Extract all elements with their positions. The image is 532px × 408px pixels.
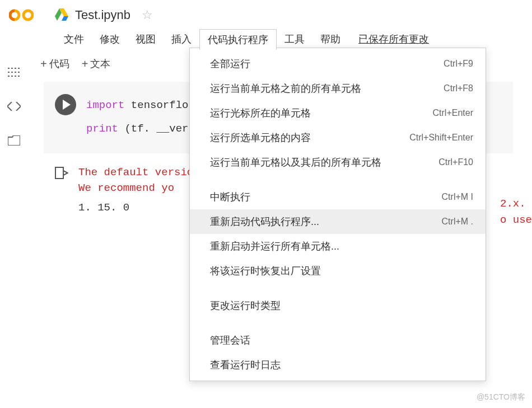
- add-code-label: 代码: [49, 57, 69, 71]
- dd-label: 运行当前单元格以及其后的所有单元格: [210, 156, 381, 169]
- colab-logo-icon: [9, 7, 34, 24]
- dd-label: 运行光标所在的单元格: [210, 106, 311, 120]
- dropdown-item-run-focused[interactable]: 运行光标所在的单元格 Ctrl+Enter: [190, 101, 486, 125]
- dd-label: 运行所选单元格的内容: [210, 131, 311, 144]
- code-text: (tf. __vers: [118, 123, 195, 135]
- header: Test.ipynb ☆: [0, 0, 532, 28]
- notebook-title[interactable]: Test.ipynb: [75, 8, 130, 22]
- output-fragment: 2.x. o use: [500, 196, 532, 228]
- code-text: tensorflo: [124, 99, 188, 111]
- dropdown-item-runtime-logs[interactable]: 查看运行时日志: [190, 353, 486, 377]
- watermark: @51CTO博客: [477, 392, 525, 402]
- dd-shortcut: Ctrl+F9: [444, 59, 473, 69]
- dd-label: 更改运行时类型: [210, 299, 281, 312]
- dropdown-item-manage-sessions[interactable]: 管理会话: [190, 328, 486, 353]
- code-keyword: print: [86, 123, 118, 135]
- plus-icon: +: [40, 58, 47, 71]
- toc-icon[interactable]: [8, 67, 20, 79]
- dropdown-item-run-after[interactable]: 运行当前单元格以及其后的所有单元格 Ctrl+F10: [190, 150, 486, 175]
- dropdown-item-run-selection[interactable]: 运行所选单元格的内容 Ctrl+Shift+Enter: [190, 125, 486, 150]
- dd-label: 查看运行时日志: [210, 358, 281, 372]
- dd-shortcut: Ctrl+F8: [444, 83, 473, 93]
- code-icon[interactable]: [7, 102, 21, 113]
- run-cell-button[interactable]: [55, 94, 76, 115]
- menu-view[interactable]: 视图: [128, 29, 164, 49]
- menu-tools[interactable]: 工具: [277, 29, 312, 49]
- dd-shortcut: Ctrl+Shift+Enter: [409, 133, 473, 143]
- left-sidebar: [0, 50, 28, 148]
- output-icon[interactable]: [55, 167, 68, 181]
- add-code-button[interactable]: + 代码: [40, 57, 69, 71]
- dropdown-item-interrupt[interactable]: 中断执行 Ctrl+M I: [190, 185, 486, 209]
- dropdown-item-run-all[interactable]: 全部运行 Ctrl+F9: [190, 51, 486, 76]
- menubar: 文件 修改 视图 插入 代码执行程序 工具 帮助 已保存所有更改: [0, 28, 532, 50]
- output-warning: The default version: [78, 165, 200, 181]
- svg-rect-8: [55, 167, 63, 179]
- output-version: 1. 15. 0: [78, 200, 200, 216]
- dropdown-item-restart[interactable]: 重新启动代码执行程序... Ctrl+M .: [190, 209, 486, 234]
- drive-icon: [55, 8, 68, 22]
- dropdown-item-run-before[interactable]: 运行当前单元格之前的所有单元格 Ctrl+F8: [190, 76, 486, 101]
- menu-runtime[interactable]: 代码执行程序: [199, 29, 277, 50]
- folder-icon[interactable]: [8, 135, 20, 148]
- save-status[interactable]: 已保存所有更改: [358, 32, 429, 46]
- dropdown-item-change-runtime[interactable]: 更改运行时类型: [190, 293, 486, 318]
- star-icon[interactable]: ☆: [142, 8, 153, 22]
- dd-label: 中断执行: [210, 190, 250, 204]
- dd-label: 管理会话: [210, 334, 250, 347]
- dd-label: 将该运行时恢复出厂设置: [210, 264, 321, 278]
- menu-insert[interactable]: 插入: [164, 29, 199, 49]
- svg-marker-3: [62, 16, 68, 21]
- dropdown-item-restart-run-all[interactable]: 重新启动并运行所有单元格...: [190, 234, 486, 259]
- dd-label: 重新启动并运行所有单元格...: [210, 240, 339, 253]
- menu-file[interactable]: 文件: [56, 29, 92, 49]
- play-icon: [63, 100, 71, 110]
- add-text-button[interactable]: + 文本: [82, 57, 111, 71]
- dd-shortcut: Ctrl+M .: [442, 217, 473, 227]
- menu-edit[interactable]: 修改: [92, 29, 128, 49]
- output-warning: We recommend yo: [78, 180, 200, 196]
- dropdown-item-factory-reset[interactable]: 将该运行时恢复出厂设置: [190, 259, 486, 283]
- dropdown-separator: [190, 175, 486, 185]
- dd-shortcut: Ctrl+M I: [442, 192, 473, 202]
- dd-label: 运行当前单元格之前的所有单元格: [210, 82, 361, 95]
- code-keyword: import: [86, 99, 124, 111]
- plus-icon: +: [82, 58, 88, 71]
- dd-shortcut: Ctrl+F10: [438, 157, 473, 167]
- add-text-label: 文本: [90, 57, 110, 71]
- dd-label: 全部运行: [210, 57, 250, 71]
- dropdown-separator: [190, 283, 486, 293]
- svg-point-1: [24, 11, 32, 20]
- output-text: The default version We recommend yo 1. 1…: [78, 165, 200, 216]
- menu-help[interactable]: 帮助: [312, 29, 348, 49]
- runtime-dropdown: 全部运行 Ctrl+F9 运行当前单元格之前的所有单元格 Ctrl+F8 运行光…: [189, 48, 486, 381]
- code-editor[interactable]: import tensorflo print (tf. __vers: [86, 94, 195, 141]
- dropdown-separator: [190, 318, 486, 328]
- dd-shortcut: Ctrl+Enter: [433, 108, 473, 118]
- dd-label: 重新启动代码执行程序...: [210, 215, 319, 228]
